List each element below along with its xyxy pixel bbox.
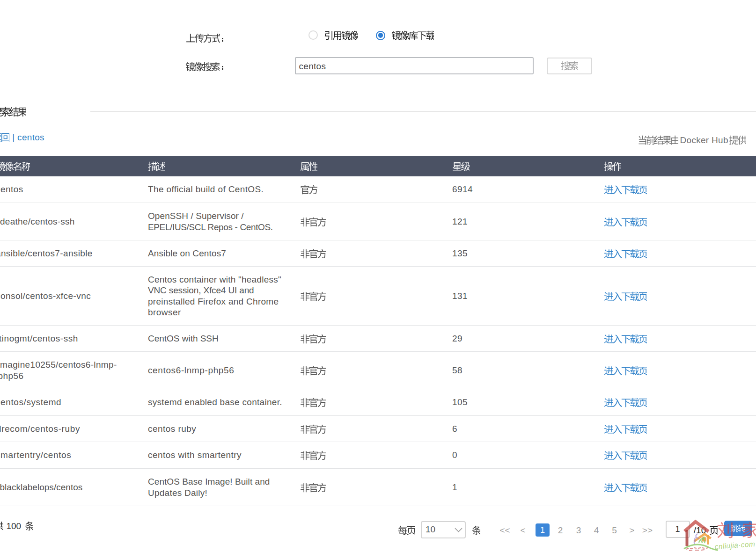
svg-text:cnliujia·com: cnliujia·com xyxy=(714,540,756,551)
